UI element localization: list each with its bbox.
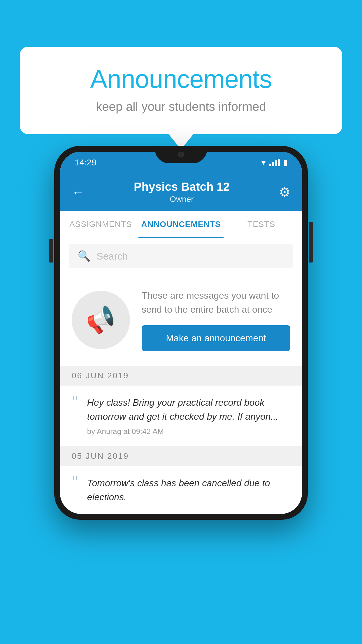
header-title: Physics Batch 12 — [134, 180, 230, 193]
empty-state-description: These are messages you want to send to t… — [142, 288, 290, 316]
tab-tests[interactable]: TESTS — [224, 211, 299, 238]
empty-state-right: These are messages you want to send to t… — [142, 288, 290, 351]
megaphone-icon: 📢 — [82, 302, 119, 338]
announcement-text-2: Tomorrow's class has been cancelled due … — [87, 476, 290, 504]
speech-bubble-container: Announcements keep all your students inf… — [20, 47, 342, 134]
date-separator-1: 06 JUN 2019 — [60, 366, 302, 386]
gear-icon[interactable]: ⚙ — [279, 185, 290, 200]
battery-icon: ▮ — [283, 158, 287, 167]
announcement-icon-circle: 📢 — [72, 291, 130, 349]
search-input[interactable]: Search — [96, 251, 128, 262]
speech-bubble: Announcements keep all your students inf… — [20, 47, 342, 134]
phone-frame: 14:29 ▾ ▮ ← Physics Batch 12 — [54, 146, 308, 520]
phone-notch — [155, 146, 207, 163]
announcement-content-2: Tomorrow's class has been cancelled due … — [87, 476, 290, 504]
announcement-item-1[interactable]: " Hey class! Bring your practical record… — [60, 386, 302, 446]
phone-screen: 14:29 ▾ ▮ ← Physics Batch 12 — [60, 152, 302, 514]
wifi-icon: ▾ — [261, 158, 266, 167]
announcement-meta-1: by Anurag at 09:42 AM — [87, 427, 290, 436]
date-label-2: 05 JUN 2019 — [72, 452, 129, 461]
announcement-text-1: Hey class! Bring your practical record b… — [87, 396, 290, 424]
app-header: ← Physics Batch 12 Owner ⚙ — [60, 172, 302, 211]
phone-mockup: 14:29 ▾ ▮ ← Physics Batch 12 — [54, 146, 308, 520]
search-bar[interactable]: 🔍 Search — [69, 244, 293, 268]
date-label-1: 06 JUN 2019 — [72, 371, 129, 380]
quote-icon-2: " — [72, 474, 78, 490]
status-icons: ▾ ▮ — [261, 158, 287, 167]
tab-assignments[interactable]: ASSIGNMENTS — [63, 211, 138, 238]
announcement-content-1: Hey class! Bring your practical record b… — [87, 396, 290, 436]
camera-dot — [178, 152, 184, 158]
speech-bubble-title: Announcements — [43, 64, 319, 94]
quote-icon-1: " — [72, 393, 78, 410]
tabs-container: ASSIGNMENTS ANNOUNCEMENTS TESTS — [60, 211, 302, 238]
announcement-item-2[interactable]: " Tomorrow's class has been cancelled du… — [60, 466, 302, 514]
header-center: Physics Batch 12 Owner — [134, 180, 230, 204]
date-separator-2: 05 JUN 2019 — [60, 446, 302, 466]
search-icon: 🔍 — [78, 250, 91, 262]
tab-announcements[interactable]: ANNOUNCEMENTS — [138, 211, 224, 238]
back-button[interactable]: ← — [72, 185, 85, 200]
signal-bars — [269, 159, 280, 166]
speech-bubble-subtitle: keep all your students informed — [43, 100, 319, 114]
status-time: 14:29 — [75, 158, 96, 167]
make-announcement-button[interactable]: Make an announcement — [142, 325, 290, 351]
search-container: 🔍 Search — [60, 238, 302, 274]
empty-state: 📢 These are messages you want to send to… — [60, 274, 302, 366]
header-subtitle: Owner — [134, 195, 230, 204]
